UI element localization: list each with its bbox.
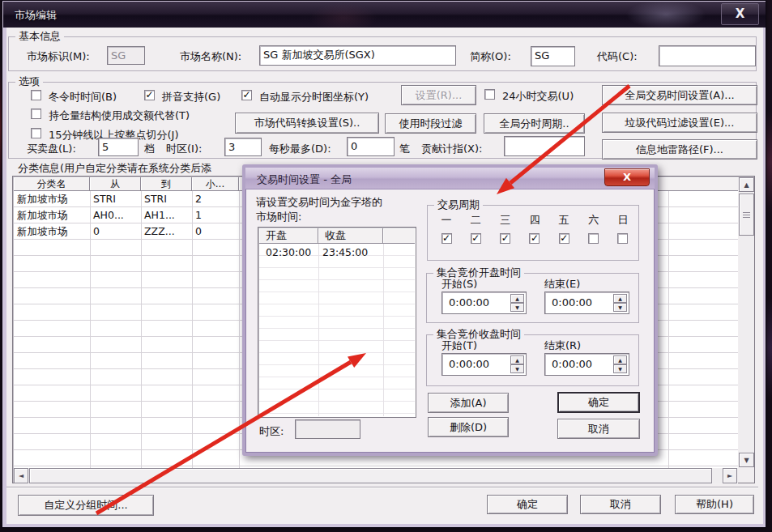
winter-time-checkbox[interactable] — [31, 90, 41, 100]
day-label: 日 — [617, 213, 628, 228]
add-button[interactable]: 添加(A) — [428, 393, 509, 413]
pinyin-checkbox[interactable]: ✓ — [144, 90, 155, 100]
table-cell: 0 — [93, 225, 100, 237]
table-cell: ZZZ... — [144, 225, 175, 237]
table-header-cell[interactable]: 小... — [192, 177, 239, 191]
scroll-down-icon[interactable]: ▼ — [739, 453, 754, 467]
spin-down-icon[interactable]: ▼ — [613, 303, 627, 312]
dialog-titlebar[interactable]: 交易时间设置 - 全局 X — [245, 168, 655, 189]
code-field[interactable] — [659, 45, 756, 66]
short-name-label: 简称(O): — [470, 49, 511, 64]
session-row[interactable]: 02:30:0023:45:00 — [259, 246, 415, 258]
table-header-cell[interactable]: 到 — [141, 177, 192, 191]
market-name-label: 市场名称(N): — [180, 49, 241, 64]
code-label: 代码(C): — [597, 49, 638, 64]
trade-cycle-day: 六 — [585, 213, 603, 244]
dialog-cancel-button[interactable]: 取消 — [557, 419, 640, 439]
column-divider — [318, 244, 319, 416]
spin-up-icon[interactable]: ▲ — [613, 294, 627, 303]
day-label: 二 — [471, 213, 481, 228]
trade-cycle-day: 一✓ — [437, 213, 455, 244]
day-checkbox[interactable]: ✓ — [500, 233, 510, 244]
info-mine-path-button[interactable]: 信息地雷路径(F)... — [602, 139, 757, 160]
day-checkbox[interactable]: ✓ — [529, 233, 540, 244]
global-trading-time-button[interactable]: 全局交易时间设置(A)... — [602, 85, 757, 105]
max-per-sec-field[interactable]: 0 — [347, 137, 395, 156]
day-checkbox[interactable]: ✓ — [559, 233, 569, 244]
custom-group-time-button[interactable]: 自定义分组时间... — [18, 495, 154, 516]
winter-time-label: 冬令时时间(B) — [49, 90, 117, 104]
trade-cycle-legend: 交易周期 — [434, 198, 483, 212]
session-header-cell[interactable]: 开盘 — [259, 228, 318, 244]
session-cell: 02:30:00 — [266, 246, 311, 258]
horizontal-scroll-thumb[interactable] — [29, 468, 712, 483]
auto-axis-checkbox[interactable]: ✓ — [241, 90, 252, 100]
day-label: 四 — [529, 213, 540, 228]
close-auction-end-spinner[interactable]: 0:00:00 ▲▼ — [544, 353, 629, 376]
close-auction-end-label: 结束(R) — [544, 338, 581, 353]
market-code-convert-button[interactable]: 市场代码转换设置(S).. — [235, 113, 379, 134]
table-header-cell[interactable]: 从 — [90, 177, 141, 191]
table-cell: 1 — [195, 209, 202, 221]
auto-axis-label: 自动显示分时图坐标(Y) — [259, 90, 369, 104]
table-cell: AH1... — [144, 209, 175, 221]
open-interest-checkbox[interactable] — [31, 109, 41, 119]
spin-down-icon[interactable]: ▼ — [510, 303, 524, 312]
window-title: 市场编辑 — [15, 8, 57, 23]
day-label: 五 — [559, 213, 569, 228]
spin-up-icon[interactable]: ▲ — [510, 294, 524, 303]
global-minute-period-button[interactable]: 全局分时周期.. — [484, 113, 585, 134]
day-checkbox[interactable] — [588, 233, 599, 244]
session-header-fill — [383, 228, 415, 244]
short-name-field[interactable]: SG — [531, 46, 575, 66]
session-list-body[interactable]: 02:30:0023:45:00 — [259, 244, 415, 416]
scroll-up-icon[interactable]: ▲ — [739, 177, 754, 192]
spin-up-icon[interactable]: ▲ — [613, 355, 627, 364]
dialog-ok-button[interactable]: 确定 — [557, 392, 640, 413]
scroll-right-icon[interactable]: ► — [723, 468, 737, 483]
session-list[interactable]: 02:30:0023:45:00 开盘收盘 — [258, 227, 416, 418]
table-cell: STRI — [93, 193, 116, 205]
day-checkbox[interactable]: ✓ — [471, 233, 481, 244]
bid-ask-unit: 档 — [144, 142, 155, 156]
contrib-index-field[interactable] — [504, 136, 585, 156]
table-cell: 0 — [195, 225, 202, 237]
spin-down-icon[interactable]: ▼ — [510, 364, 524, 373]
timezone-field[interactable]: 3 — [224, 138, 262, 156]
session-header-cell[interactable]: 收盘 — [318, 228, 383, 244]
help-button[interactable]: 帮助(H) — [675, 495, 754, 514]
column-divider — [383, 244, 384, 416]
spin-down-icon[interactable]: ▼ — [613, 364, 627, 373]
table-header-cell[interactable]: 分类名 — [14, 177, 90, 191]
junk-code-filter-button[interactable]: 垃圾代码过滤设置(E)... — [602, 113, 757, 133]
scroll-grip — [743, 212, 750, 219]
split-15min-checkbox[interactable] — [31, 128, 41, 138]
dialog-title: 交易时间设置 - 全局 — [257, 172, 352, 187]
scroll-left-icon[interactable]: ◄ — [14, 468, 28, 483]
trade-cycle-day: 二✓ — [467, 213, 484, 244]
window-titlebar[interactable]: 市场编辑 X — [3, 2, 766, 28]
ok-button[interactable]: 确定 — [487, 495, 568, 514]
open-auction-end-spinner[interactable]: 0:00:00 ▲▼ — [544, 292, 629, 314]
day-checkbox[interactable]: ✓ — [441, 233, 452, 244]
day-checkbox[interactable] — [617, 233, 628, 244]
vertical-scrollbar[interactable]: ▲ ▼ — [739, 177, 754, 467]
h24-trading-checkbox[interactable] — [484, 89, 495, 100]
dialog-timezone-field[interactable] — [295, 419, 360, 439]
vertical-scroll-thumb[interactable] — [739, 194, 754, 236]
use-period-filter-button[interactable]: 使用时段过滤 — [385, 113, 476, 134]
market-name-field[interactable]: SG 新加坡交易所(SGX) — [259, 45, 456, 66]
delete-button[interactable]: 删除(D) — [428, 417, 509, 437]
bid-ask-field[interactable]: 5 — [98, 138, 139, 156]
open-auction-start-spinner[interactable]: 0:00:00 ▲▼ — [441, 292, 527, 314]
close-icon[interactable]: X — [721, 3, 759, 25]
cancel-button[interactable]: 取消 — [580, 495, 661, 514]
close-auction-start-label: 开始(T) — [441, 338, 477, 353]
market-id-field: SG — [107, 46, 145, 65]
session-cell: 23:45:00 — [322, 246, 368, 258]
table-cell: 新加坡市场 — [17, 193, 68, 206]
horizontal-scrollbar[interactable]: ◄ ► — [14, 468, 738, 483]
spin-up-icon[interactable]: ▲ — [510, 355, 524, 364]
dialog-close-icon[interactable]: X — [604, 168, 650, 186]
close-auction-start-spinner[interactable]: 0:00:00 ▲▼ — [441, 353, 527, 376]
